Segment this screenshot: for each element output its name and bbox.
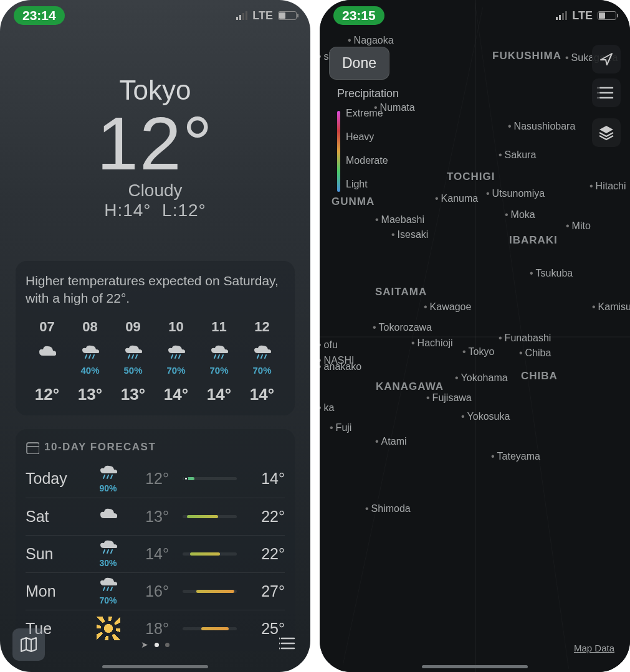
city-label[interactable]: Tokyo: [462, 346, 494, 357]
legend-level: Moderate: [346, 149, 399, 173]
bottom-toolbar: ➤: [0, 628, 310, 661]
done-button[interactable]: Done: [329, 47, 389, 80]
precip-pct: 70%: [241, 365, 284, 376]
city-label[interactable]: Yokosuka: [461, 411, 510, 422]
city-label[interactable]: Yokohama: [455, 372, 508, 384]
hour-cell[interactable]: 07 12°: [26, 319, 69, 404]
prefecture-label: KANAGAWA: [376, 381, 444, 393]
city-label[interactable]: Shimoda: [365, 503, 411, 514]
rain-icon: [198, 341, 241, 364]
hour-temp: 14: [284, 385, 285, 404]
hour-label: 10: [155, 319, 198, 335]
hour-cell[interactable]: 13 80 14: [284, 319, 285, 404]
hour-cell[interactable]: 11 70% 14°: [198, 319, 241, 404]
map-button[interactable]: [12, 628, 45, 661]
list-icon: [598, 85, 615, 101]
city-label[interactable]: ka: [320, 402, 335, 414]
precip-pct: 90%: [91, 483, 125, 493]
hour-temp: 14°: [241, 385, 284, 404]
signal-icon: [556, 11, 567, 20]
tenday-card[interactable]: 10-DAY FORECAST Today 90% 12° 14° Sat 13…: [16, 429, 295, 651]
city-label[interactable]: Maebashi: [375, 214, 424, 225]
city-label[interactable]: Tsukuba: [530, 268, 573, 279]
city-label[interactable]: Kawagoe: [424, 301, 471, 313]
rain-icon: [284, 341, 285, 364]
location-arrow-icon: ➤: [141, 640, 148, 650]
layers-button[interactable]: [592, 118, 621, 147]
rain-icon: [99, 539, 118, 556]
day-low: 16°: [131, 582, 169, 600]
precip-pct: 80: [284, 365, 285, 376]
precip-pct: [26, 365, 69, 376]
city-label[interactable]: Fuji: [330, 422, 351, 433]
day-high: 22°: [251, 545, 285, 563]
daily-row[interactable]: Sat 13° 22°: [26, 498, 285, 535]
battery-icon: [598, 11, 616, 20]
hourly-row[interactable]: 07 12° 08 40% 13° 09 50% 13° 10 70% 14° …: [26, 319, 285, 404]
locate-button[interactable]: [592, 45, 621, 73]
hour-cell[interactable]: 10 70% 14°: [155, 319, 198, 404]
city-label[interactable]: Hitachi: [589, 181, 626, 192]
temp-range-bar: [183, 552, 237, 556]
prefecture-label: SAITAMA: [375, 286, 427, 298]
hour-temp: 14°: [155, 385, 198, 404]
city-label[interactable]: Sakura: [499, 149, 536, 161]
city-label[interactable]: Hachioji: [411, 338, 453, 349]
prefecture-label: TOCHIGI: [447, 171, 495, 183]
prefecture-label: IBARAKI: [509, 234, 558, 247]
list-button[interactable]: [592, 78, 621, 107]
city-label[interactable]: Tateyama: [491, 451, 540, 462]
time-pill[interactable]: 23:14: [14, 6, 65, 25]
time-pill[interactable]: 23:15: [333, 6, 384, 25]
city-label[interactable]: Funabashi: [499, 333, 551, 344]
city-label[interactable]: Nagaoka: [348, 35, 394, 46]
legend-title: Precipitation: [337, 87, 399, 100]
city-label[interactable]: Kanuma: [435, 193, 478, 204]
precip-pct: 70%: [91, 595, 125, 605]
precip-pct: 70%: [198, 365, 241, 376]
precip-pct: 30%: [91, 558, 125, 568]
city-label[interactable]: Isesaki: [391, 229, 428, 240]
city-label[interactable]: Utsunomiya: [486, 188, 545, 199]
legend-level: Heavy: [346, 125, 399, 149]
hour-label: 13: [284, 319, 285, 335]
hour-cell[interactable]: 09 50% 13°: [112, 319, 155, 404]
daily-row[interactable]: Sun 30% 14° 22°: [26, 535, 285, 572]
city-label[interactable]: ofu: [320, 339, 338, 351]
status-bar: 23:15 LTE: [320, 0, 630, 31]
precip-pct: 50%: [112, 365, 155, 376]
daily-row[interactable]: Today 90% 12° 14°: [26, 460, 285, 498]
current-conditions: Tokyo 12° Cloudy H:14° L:12°: [0, 0, 310, 220]
city-label[interactable]: Nasushiobara: [508, 121, 575, 132]
hour-temp: 14°: [198, 385, 241, 404]
condition-label: Cloudy: [0, 181, 310, 201]
hourly-card[interactable]: Higher temperatures expected on Saturday…: [16, 261, 295, 415]
legend-level: Extreme: [346, 102, 399, 125]
page-indicator[interactable]: ➤: [141, 640, 169, 650]
city-label[interactable]: Atami: [375, 436, 407, 447]
hour-cell[interactable]: 12 70% 14°: [241, 319, 284, 404]
city-label[interactable]: NASHI: [320, 355, 355, 366]
city-label[interactable]: Moka: [505, 209, 535, 220]
hour-cell[interactable]: 08 40% 13°: [69, 319, 112, 404]
locations-button[interactable]: [279, 635, 298, 654]
city-label[interactable]: Fujisawa: [426, 392, 472, 404]
day-high: 27°: [251, 582, 285, 600]
map-data-link[interactable]: Map Data: [574, 643, 614, 653]
prefecture-label: GUNMA: [332, 196, 375, 208]
day-label: Mon: [26, 582, 85, 600]
rain-icon: [99, 465, 118, 481]
home-indicator[interactable]: [102, 665, 208, 668]
hour-label: 11: [198, 319, 241, 335]
city-label[interactable]: Tokorozawa: [373, 322, 432, 333]
daily-row[interactable]: Mon 70% 16° 27°: [26, 572, 285, 610]
layers-icon: [598, 124, 614, 141]
precip-pct: 70%: [155, 365, 198, 376]
city-label[interactable]: Kamisu: [592, 301, 630, 313]
temp-range-bar: [183, 515, 237, 518]
city-label[interactable]: Mito: [566, 220, 591, 232]
temp-range-bar: [183, 477, 237, 480]
hour-label: 08: [69, 319, 112, 335]
home-indicator[interactable]: [422, 665, 528, 668]
city-label[interactable]: Chiba: [519, 348, 551, 359]
